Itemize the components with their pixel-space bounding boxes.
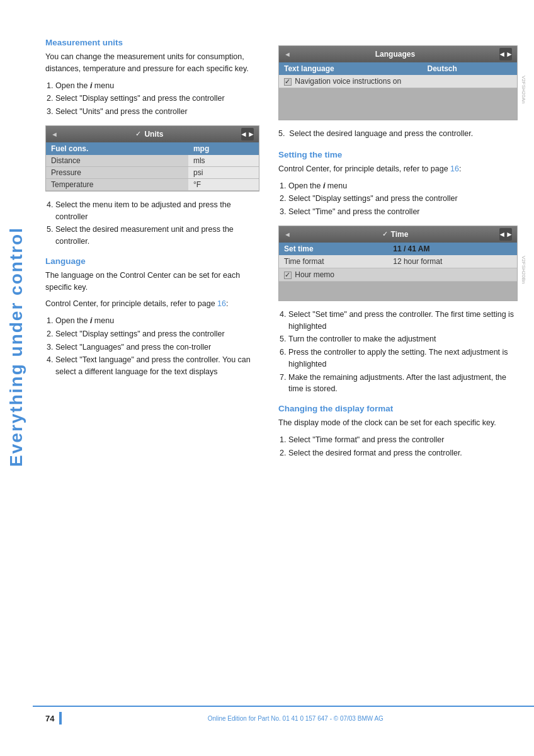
two-column-layout: Measurement units You can change the mea… (45, 38, 518, 467)
setting-time-ref: Control Center, for principle details, r… (278, 163, 518, 175)
setting-time-section: Setting the time Control Center, for pri… (278, 150, 518, 395)
time-step-5: Turn the controller to make the adjustme… (288, 333, 518, 345)
time-widget-footer (279, 282, 517, 301)
lang-widget-footer (279, 88, 517, 120)
units-checkmark: ✓ (135, 130, 141, 138)
lang-nav-voice: Navigation voice instructions on (279, 75, 517, 88)
units-widget: ◄ ✓ Units ◄► Fuel cons. mpg (45, 125, 259, 192)
units-arrow-left: ◄ (51, 130, 58, 138)
right-column: ◄ Languages ◄► Text language Deutsch (278, 38, 518, 467)
changing-display-steps: Select "Time format" and press the contr… (278, 434, 518, 459)
nav-voice-label: Navigation voice instructions on (295, 77, 401, 86)
changing-display-heading: Changing the display format (278, 404, 518, 413)
lang-row-0: Text language Deutsch (279, 62, 517, 75)
changing-display-description: The display mode of the clock can be set… (278, 417, 518, 429)
units-title-text: Units (144, 130, 163, 139)
time-table: Set time 11 / 41 AM Time format 12 hour … (279, 243, 517, 282)
time-title-center: ✓ Time (382, 230, 409, 239)
left-column: Measurement units You can change the mea… (45, 38, 259, 467)
i-menu-ref-time: i (323, 181, 325, 190)
units-cell-label-0: Fuel cons. (46, 142, 188, 155)
time-step-4: Select "Set time" and press the controll… (288, 309, 518, 333)
hour-memo-checkbox (284, 272, 292, 279)
units-cell-value-3: °F (188, 178, 259, 190)
language-step-1: Open the i menu (55, 315, 259, 327)
units-nav-icon: ◄► (241, 128, 254, 140)
time-label-1: Time format (279, 255, 388, 268)
time-title-bar: ◄ ✓ Time ◄► (279, 226, 517, 243)
language-page-ref-link[interactable]: 16 (217, 299, 226, 308)
measurement-units-description: You can change the measurement units for… (45, 51, 259, 75)
language-step5: 5. Select the desired language and press… (278, 128, 518, 140)
languages-nav-icon: ◄► (499, 48, 512, 60)
time-row-1: Time format 12 hour format (279, 255, 517, 268)
time-value-1: 12 hour format (388, 255, 517, 268)
language-section: Language The language on the Control Cen… (45, 256, 259, 378)
languages-arrow-left: ◄ (284, 50, 291, 58)
measurement-step-4: Select the menu item to be adjusted and … (55, 199, 259, 223)
time-checkmark: ✓ (382, 230, 388, 238)
measurement-step-5: Select the desired measurement unit and … (55, 224, 259, 248)
units-cell-value-2: psi (188, 166, 259, 178)
lang-row-1: Navigation voice instructions on (279, 75, 517, 88)
languages-widget: ◄ Languages ◄► Text language Deutsch (278, 45, 518, 120)
units-title-center: ✓ Units (135, 130, 163, 139)
page-number: 74 (45, 714, 54, 723)
measurement-units-steps-after: Select the menu item to be adjusted and … (45, 199, 259, 248)
time-arrow-left: ◄ (284, 231, 291, 238)
measurement-step-1: Open the i menu (55, 80, 259, 92)
units-cell-value-0: mpg (188, 142, 259, 155)
languages-title-text: Languages (375, 50, 415, 59)
measurement-units-heading: Measurement units (45, 38, 259, 47)
setting-time-page-ref-link[interactable]: 16 (450, 164, 459, 173)
time-step-1: Open the i menu (288, 180, 518, 192)
measurement-units-section: Measurement units You can change the mea… (45, 38, 259, 248)
units-table: Fuel cons. mpg Distance mls Pressure psi (46, 142, 259, 191)
page-bar (59, 712, 62, 724)
sidebar: Everything under control (0, 0, 33, 693)
time-step-7: Make the remaining adjustments. After th… (288, 372, 518, 396)
languages-title-bar: ◄ Languages ◄► (279, 46, 517, 62)
time-hour-memo: Hour memo (279, 268, 517, 281)
units-cell-label-3: Temperature (46, 178, 188, 190)
language-description: The language on the Control Center can b… (45, 270, 259, 294)
units-widget-wrapper: ◄ ✓ Units ◄► Fuel cons. mpg (45, 125, 259, 192)
time-step-6: Press the controller to apply the settin… (288, 346, 518, 370)
language-steps-list: Open the i menu Select "Display settings… (45, 315, 259, 378)
changing-display-section: Changing the display format The display … (278, 404, 518, 459)
units-row-0: Fuel cons. mpg (46, 142, 259, 155)
nav-voice-checkbox (284, 78, 292, 86)
language-step-3: Select "Languages" and press the con-tro… (55, 341, 259, 353)
units-row-3: Temperature °F (46, 178, 259, 190)
page-footer: 74 Online Edition for Part No. 01 41 0 1… (33, 706, 534, 724)
footer-text: Online Edition for Part No. 01 41 0 157 … (69, 715, 521, 722)
setting-time-heading: Setting the time (278, 150, 518, 159)
measurement-units-steps-list: Open the i menu Select "Display settings… (45, 80, 259, 118)
display-step-1: Select "Time format" and press the contr… (288, 434, 518, 446)
lang-label-0: Text language (279, 62, 423, 75)
time-title-text: Time (391, 230, 409, 239)
setting-time-steps: Open the i menu Select "Display settings… (278, 180, 518, 218)
units-row-1: Distance mls (46, 155, 259, 167)
language-ref: Control Center, for principle details, r… (45, 298, 259, 310)
languages-widget-wrapper: ◄ Languages ◄► Text language Deutsch (278, 45, 518, 120)
units-row-2: Pressure psi (46, 166, 259, 178)
language-step-4: Select "Text language" and press the con… (55, 354, 259, 378)
main-content: Measurement units You can change the mea… (33, 38, 530, 467)
i-menu-ref-lang: i (90, 316, 92, 325)
time-widget-wrapper: ◄ ✓ Time ◄► Set time 11 / 41 AM (278, 226, 518, 301)
time-value-0: 11 / 41 AM (388, 243, 517, 255)
language-step-2: Select "Display settings" and press the … (55, 328, 259, 340)
display-step-2: Select the desired format and press the … (288, 447, 518, 459)
time-widget: ◄ ✓ Time ◄► Set time 11 / 41 AM (278, 226, 518, 301)
time-label-0: Set time (279, 243, 388, 255)
i-menu-ref: i (90, 81, 92, 90)
setting-time-steps-after: Select "Set time" and press the controll… (278, 309, 518, 395)
time-row-0: Set time 11 / 41 AM (279, 243, 517, 255)
language-heading: Language (45, 256, 259, 266)
sidebar-text: Everything under control (6, 227, 26, 467)
time-nav-icon: ◄► (499, 228, 512, 241)
units-cell-label-2: Pressure (46, 166, 188, 178)
hour-memo-label: Hour memo (295, 270, 334, 279)
lang-widget-side-label: V2FSH20An (521, 76, 526, 103)
